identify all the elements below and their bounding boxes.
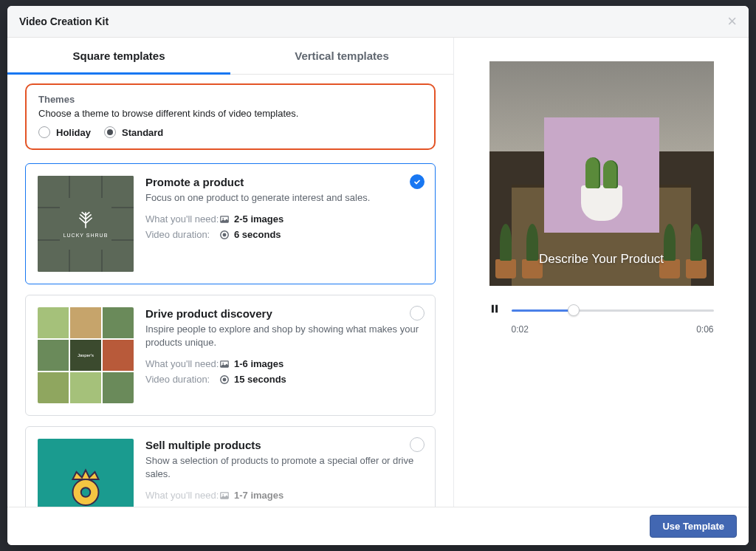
theme-option-holiday[interactable]: Holiday bbox=[38, 126, 91, 138]
template-title: Drive product discovery bbox=[145, 307, 423, 320]
svg-rect-13 bbox=[495, 305, 498, 313]
images-icon bbox=[219, 359, 230, 369]
template-description: Show a selection of products to promote … bbox=[145, 454, 423, 481]
unselected-radio-icon bbox=[410, 437, 425, 452]
modal-header: Video Creation Kit × bbox=[7, 6, 749, 38]
templates-scroll[interactable]: Themes Choose a theme to browse differen… bbox=[7, 75, 453, 507]
time-current: 0:02 bbox=[512, 324, 529, 335]
unselected-radio-icon bbox=[410, 306, 425, 321]
template-info: Sell multiple products Show a selection … bbox=[145, 439, 423, 507]
preview-product-overlay bbox=[544, 117, 659, 233]
preview-panel: Describe Your Product 0:02 0:06 bbox=[454, 38, 749, 507]
seek-track[interactable] bbox=[512, 309, 714, 312]
seek-thumb[interactable] bbox=[568, 304, 580, 316]
duration-icon bbox=[219, 374, 230, 385]
template-title: Sell multiple products bbox=[145, 439, 423, 451]
left-panel: Square templates Vertical templates Them… bbox=[7, 38, 454, 507]
themes-description: Choose a theme to browse different kinds… bbox=[38, 108, 422, 119]
video-player-controls: 0:02 0:06 bbox=[489, 304, 714, 335]
template-tabs: Square templates Vertical templates bbox=[7, 38, 453, 75]
svg-point-11 bbox=[222, 494, 224, 496]
cactus-pot-icon bbox=[581, 185, 622, 221]
template-info: Promote a product Focus on one product t… bbox=[145, 176, 423, 272]
theme-option-standard[interactable]: Standard bbox=[104, 126, 163, 138]
template-duration-row: Video duration: 6 seconds bbox=[145, 229, 423, 240]
selected-check-icon bbox=[410, 174, 425, 189]
images-icon bbox=[219, 490, 230, 501]
pause-button[interactable] bbox=[489, 304, 500, 317]
time-total: 0:06 bbox=[696, 324, 713, 335]
close-button[interactable]: × bbox=[727, 13, 737, 30]
svg-point-5 bbox=[222, 363, 224, 364]
modal-body: Square templates Vertical templates Them… bbox=[7, 38, 749, 507]
template-duration-row: Video duration: 15 seconds bbox=[145, 374, 423, 385]
svg-rect-12 bbox=[491, 305, 493, 313]
donut-crown-icon bbox=[63, 465, 108, 507]
seek-fill bbox=[512, 309, 574, 312]
template-description: Inspire people to explore and shop by sh… bbox=[145, 323, 423, 349]
svg-point-3 bbox=[223, 233, 226, 236]
template-description: Focus on one product to generate interes… bbox=[145, 191, 423, 205]
template-card-promote-product[interactable]: LUCKY SHRUB Promote a product Focus on o… bbox=[25, 163, 436, 284]
template-need-row: What you'll need: 1-6 images bbox=[145, 358, 423, 369]
template-card-drive-discovery[interactable]: Jasper's Drive product discovery Inspire… bbox=[25, 295, 436, 416]
modal-footer: Use Template bbox=[7, 507, 749, 545]
video-preview[interactable]: Describe Your Product bbox=[489, 61, 714, 286]
images-icon bbox=[219, 214, 230, 225]
template-info: Drive product discovery Inspire people t… bbox=[145, 307, 423, 403]
themes-label: Themes bbox=[38, 94, 422, 105]
themes-section: Themes Choose a theme to browse differen… bbox=[25, 83, 436, 150]
template-need-row: What you'll need: 1-7 images bbox=[145, 490, 423, 501]
svg-point-9 bbox=[81, 487, 91, 497]
tab-vertical-templates[interactable]: Vertical templates bbox=[230, 38, 453, 74]
template-thumbnail: Jasper's bbox=[38, 307, 134, 403]
template-thumbnail: LUCKY SHRUB bbox=[38, 176, 134, 272]
template-need-row: What you'll need: 2-5 images bbox=[145, 213, 423, 225]
radio-icon-selected bbox=[104, 126, 116, 138]
svg-point-1 bbox=[222, 218, 224, 219]
svg-point-7 bbox=[223, 378, 226, 381]
tab-square-templates[interactable]: Square templates bbox=[7, 38, 230, 74]
radio-icon bbox=[38, 126, 50, 138]
template-thumbnail bbox=[38, 439, 134, 507]
lucky-shrub-logo: LUCKY SHRUB bbox=[60, 198, 111, 250]
use-template-button[interactable]: Use Template bbox=[650, 515, 737, 538]
video-creation-kit-modal: Video Creation Kit × Square templates Ve… bbox=[7, 6, 749, 545]
template-title: Promote a product bbox=[145, 176, 423, 188]
themes-radios: Holiday Standard bbox=[38, 126, 422, 138]
duration-icon bbox=[219, 230, 230, 240]
modal-title: Video Creation Kit bbox=[19, 16, 109, 27]
template-card-sell-multiple[interactable]: Sell multiple products Show a selection … bbox=[25, 426, 436, 507]
preview-caption: Describe Your Product bbox=[489, 252, 714, 267]
